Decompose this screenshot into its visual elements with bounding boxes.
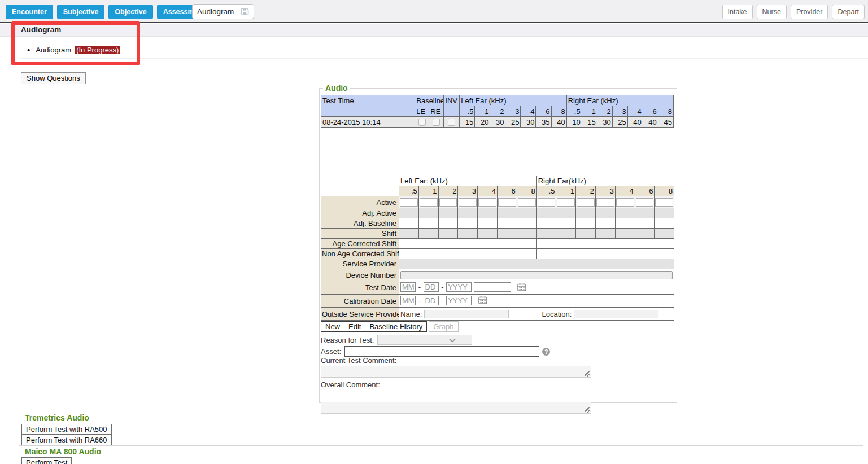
- perform-test-ra660-button[interactable]: Perform Test with RA660: [21, 435, 112, 445]
- save-icon[interactable]: [241, 7, 249, 16]
- maico-audio-legend: Maico MA 800 Audio: [23, 447, 103, 456]
- audiogram-tab-label: Audiogram: [197, 7, 234, 16]
- calibration-date-mm-input[interactable]: [400, 296, 416, 305]
- test-time-value[interactable]: 08-24-2015 10:14: [321, 117, 415, 128]
- audiogram-panel-header: Audiogram: [0, 24, 868, 37]
- reason-for-test-label: Reason for Test:: [321, 336, 374, 344]
- perform-test-button[interactable]: Perform Test: [21, 457, 72, 464]
- help-icon[interactable]: ?: [542, 348, 550, 356]
- right-value: 40: [627, 117, 643, 128]
- left-value: 25: [505, 117, 521, 128]
- age-shift-right-cell: [536, 239, 674, 249]
- grid-freq-header: 8: [655, 186, 674, 196]
- current-test-comment-label: Current Test Comment:: [321, 356, 396, 365]
- test-date-dd-input[interactable]: [424, 282, 439, 292]
- calibration-date-yyyy-input[interactable]: [446, 296, 472, 305]
- active-input-cell[interactable]: [596, 196, 616, 208]
- active-input-cell[interactable]: [478, 196, 498, 208]
- resize-grip-icon[interactable]: [585, 407, 590, 413]
- resize-grip-icon[interactable]: [585, 371, 590, 377]
- test-date-mm-input[interactable]: [400, 282, 416, 292]
- col-baseline: Baseline: [415, 95, 444, 106]
- left-value: 20: [475, 117, 490, 128]
- active-input-cell[interactable]: [536, 196, 556, 208]
- active-input-cell[interactable]: [497, 196, 517, 208]
- reason-for-test-select[interactable]: [377, 335, 472, 345]
- grid-freq-header: 1: [556, 186, 576, 196]
- calibration-date-dd-input[interactable]: [424, 296, 439, 305]
- left-value: 40: [551, 117, 566, 128]
- row-label-non-age-corrected-shift: Non Age Corrected Shift: [321, 249, 399, 259]
- depart-button[interactable]: Depart: [832, 5, 865, 19]
- new-button[interactable]: New: [321, 321, 344, 332]
- active-input-cell[interactable]: [635, 196, 655, 208]
- active-input-cell[interactable]: [615, 196, 635, 208]
- audiogram-entry-table: Left Ear: (kHz) Right Ear(kHz) .5 1 2 3 …: [321, 176, 674, 321]
- maico-audio-groupbox: Maico MA 800 Audio Perform Test: [19, 452, 863, 464]
- left-value: 30: [490, 117, 505, 128]
- in-progress-badge: (In Progress): [75, 46, 120, 54]
- workflow-button-group: Intake Nurse Provider Depart: [722, 5, 865, 19]
- active-input-cell[interactable]: [438, 196, 458, 208]
- show-questions-button[interactable]: Show Questions: [21, 72, 86, 84]
- grid-corner-cell: [321, 176, 399, 196]
- non-age-shift-right-cell: [536, 249, 674, 259]
- active-input-cell[interactable]: [517, 196, 536, 208]
- audiogram-tab[interactable]: Audiogram: [192, 4, 254, 19]
- audio-history-table: Test Time Baseline INV Left Ear (kHz) Ri…: [321, 95, 674, 128]
- calendar-icon[interactable]: [478, 296, 487, 306]
- row-label-active: Active: [321, 196, 399, 208]
- freq-header: 6: [643, 106, 658, 117]
- test-date-yyyy-input[interactable]: [446, 282, 472, 292]
- row-label-outside-service-provider: Outside Service Provider: [321, 308, 399, 321]
- device-number-field[interactable]: [400, 271, 673, 279]
- list-separator: [21, 58, 868, 59]
- test-time-input[interactable]: [474, 282, 511, 292]
- subjective-button[interactable]: Subjective: [57, 5, 105, 19]
- active-input-cell[interactable]: [556, 196, 576, 208]
- provider-button[interactable]: Provider: [791, 5, 828, 19]
- inv-checkbox: [448, 119, 455, 126]
- audiogram-list-item[interactable]: Audiogram (In Progress): [27, 45, 120, 55]
- active-input-cell[interactable]: [458, 196, 478, 208]
- current-test-comment-textarea[interactable]: [321, 366, 591, 378]
- right-value: 40: [643, 117, 658, 128]
- outside-name-label: Name:: [400, 310, 422, 318]
- baseline-history-button[interactable]: Baseline History: [365, 321, 427, 332]
- outside-name-input[interactable]: [424, 310, 509, 318]
- intake-button[interactable]: Intake: [722, 5, 753, 19]
- objective-button[interactable]: Objective: [108, 5, 152, 19]
- perform-test-ra500-button[interactable]: Perform Test with RA500: [21, 424, 112, 435]
- row-label-adj-active: Adj. Active: [321, 208, 399, 218]
- grid-freq-header: 6: [497, 186, 517, 196]
- age-shift-left-cell: [399, 239, 537, 249]
- tremetrics-audio-legend: Tremetrics Audio: [23, 413, 91, 422]
- right-value: 45: [658, 117, 673, 128]
- encounter-button[interactable]: Encounter: [6, 5, 53, 19]
- active-input-cell[interactable]: [399, 196, 419, 208]
- col-blank: [321, 106, 415, 117]
- grid-freq-header: 1: [418, 186, 438, 196]
- col-inv: INV: [444, 95, 460, 106]
- active-input-cell[interactable]: [655, 196, 674, 208]
- active-input-cell[interactable]: [418, 196, 438, 208]
- calendar-icon[interactable]: [517, 283, 526, 293]
- grid-freq-header: 2: [576, 186, 596, 196]
- right-value: 15: [582, 117, 597, 128]
- grid-freq-header: 6: [635, 186, 655, 196]
- nurse-button[interactable]: Nurse: [757, 5, 787, 19]
- edit-button[interactable]: Edit: [344, 321, 365, 332]
- grid-col-left-ear: Left Ear: (kHz): [399, 176, 537, 186]
- overall-comment-textarea[interactable]: [321, 402, 591, 414]
- asset-input[interactable]: [344, 346, 539, 357]
- audio-action-buttons: New Edit Baseline History Graph: [321, 321, 458, 332]
- grid-freq-header: 3: [458, 186, 478, 196]
- asset-row: Asset: ?: [321, 346, 550, 357]
- col-test-time: Test Time: [321, 95, 415, 106]
- freq-header: 4: [627, 106, 643, 117]
- right-value: 25: [612, 117, 627, 128]
- active-input-cell[interactable]: [576, 196, 596, 208]
- outside-location-input[interactable]: [574, 310, 658, 318]
- row-label-calibration-date: Calibration Date: [321, 295, 399, 308]
- right-value: 30: [597, 117, 612, 128]
